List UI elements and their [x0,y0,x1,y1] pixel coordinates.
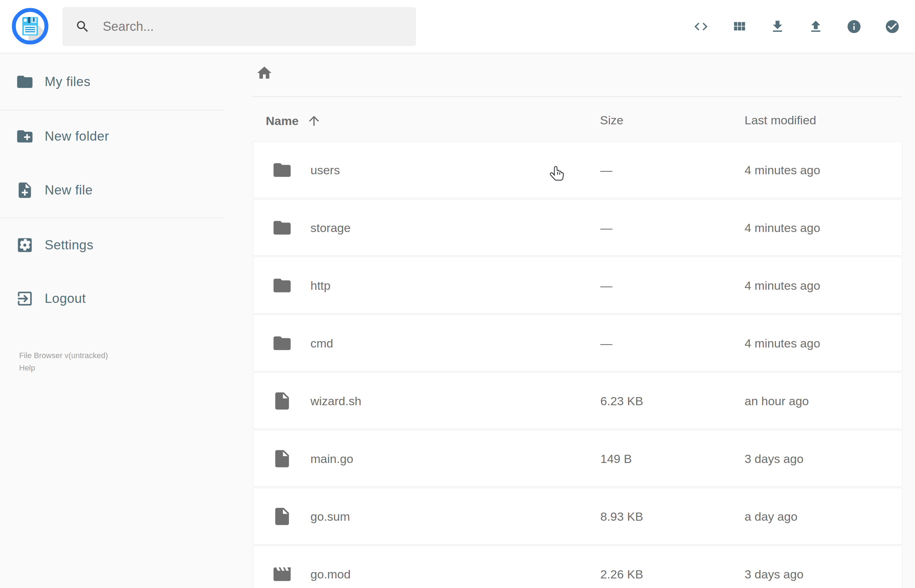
listing-header: Name Size Last modified [0,113,915,129]
item-name: cmd [310,336,333,351]
column-header-modified[interactable]: Last modified [745,113,816,127]
sidebar-item-label: Logout [45,291,86,306]
gear-square-icon [16,236,34,254]
code-brackets-icon [693,19,709,34]
item-size: 6.23 KB [600,394,643,408]
sidebar-item-new-file[interactable]: New file [0,172,225,208]
item-name: main.go [310,452,353,466]
sidebar-divider [0,218,225,218]
sidebar-footer: File Browser v(untracked) Help [19,349,108,374]
folder-icon [16,73,34,91]
header-actions [693,0,900,53]
file-icon [272,506,293,527]
breadcrumb-divider [253,96,902,97]
folder-plus-icon [16,127,34,145]
home-icon [256,65,273,81]
sidebar-divider [0,110,225,110]
arrow-up-icon [307,113,322,128]
item-name: go.sum [310,510,350,523]
sidebar-item-label: New file [45,183,93,198]
file-listing: users — 4 minutes ago storage — 4 minute… [253,141,903,588]
folder-icon [272,275,293,296]
list-item-folder[interactable]: users — 4 minutes ago [253,141,902,198]
item-modified: a day ago [745,510,797,523]
select-button[interactable] [884,19,900,34]
item-modified: an hour ago [745,394,809,408]
list-item-folder[interactable]: http — 4 minutes ago [253,257,902,313]
folder-icon [272,160,293,180]
sidebar-item-settings[interactable]: Settings [0,227,225,263]
item-size: 8.93 KB [600,510,643,523]
breadcrumb-home-button[interactable] [256,65,273,81]
info-icon [846,19,862,34]
sidebar-item-label: Settings [45,237,94,252]
top-header [0,0,915,53]
info-button[interactable] [846,19,862,34]
file-icon [272,391,293,411]
help-link[interactable]: Help [19,363,35,372]
item-size: — [600,336,613,351]
item-size: 149 B [600,452,632,466]
list-item-folder[interactable]: cmd — 4 minutes ago [253,315,902,371]
upload-button[interactable] [808,19,824,34]
search-icon [75,19,90,34]
folder-icon [272,218,293,238]
item-modified: 3 days ago [745,567,803,581]
item-modified: 3 days ago [745,452,803,466]
item-size: — [600,221,613,235]
sidebar-item-my-files[interactable]: My files [0,63,225,100]
item-modified: 4 minutes ago [745,336,820,351]
version-text: File Browser v(untracked) [19,349,108,362]
item-name: wizard.sh [310,394,362,408]
item-name: storage [310,221,351,235]
movie-icon [272,564,293,585]
filebrowser-logo [11,7,49,45]
sidebar-item-logout[interactable]: Logout [0,280,225,317]
list-item-file[interactable]: go.mod 2.26 KB 3 days ago [253,546,902,588]
item-name: go.mod [310,567,351,581]
exit-icon [16,289,34,308]
column-header-name[interactable]: Name [266,113,322,128]
folder-icon [272,333,293,354]
check-circle-icon [884,19,900,34]
list-item-folder[interactable]: storage — 4 minutes ago [253,199,902,256]
list-item-file[interactable]: go.sum 8.93 KB a day ago [253,488,902,544]
item-size: 2.26 KB [600,567,643,581]
list-item-file[interactable]: wizard.sh 6.23 KB an hour ago [253,372,902,429]
upload-icon [808,19,824,34]
column-header-size[interactable]: Size [600,113,623,127]
shell-button[interactable] [693,19,709,34]
search-bar [62,7,416,46]
floppy-disk-logo-icon [11,7,49,45]
item-size: — [600,163,613,177]
file-icon [272,448,293,469]
search-input[interactable] [103,19,393,34]
sidebar: My files New folder New file Settings Lo… [0,53,225,588]
download-button[interactable] [770,19,785,34]
switch-view-button[interactable] [731,19,747,34]
item-name: http [310,279,331,292]
item-modified: 4 minutes ago [745,279,820,292]
list-item-file[interactable]: main.go 149 B 3 days ago [253,430,902,487]
item-modified: 4 minutes ago [745,221,820,235]
item-size: — [600,279,613,292]
file-plus-icon [16,181,34,199]
item-name: users [310,163,340,177]
item-modified: 4 minutes ago [745,163,820,177]
sidebar-item-label: New folder [45,129,109,144]
sidebar-item-label: My files [45,74,91,89]
download-icon [770,19,785,34]
grid-view-icon [731,19,747,34]
